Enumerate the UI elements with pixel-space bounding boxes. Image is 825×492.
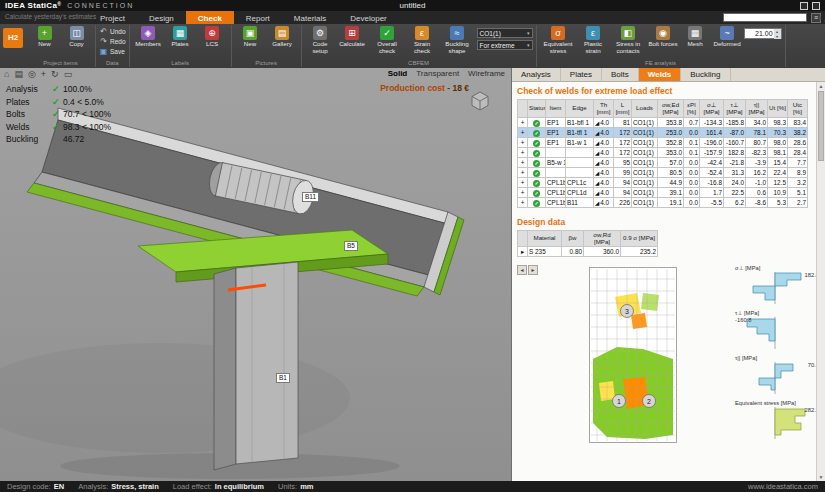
tab-plates[interactable]: Plates: [561, 68, 602, 81]
cell-eps-pl: 0.1: [684, 148, 700, 158]
status-ok-icon: ✓: [533, 180, 540, 187]
cell-loads: CO1(1): [632, 198, 658, 208]
weld-table-row[interactable]: + ✓ CPL1b CPL1d ◢4.0 94 CO1(1) 39.1 0.0 …: [518, 188, 808, 198]
row-expand-button[interactable]: +: [518, 178, 528, 188]
weld-table-row[interactable]: + ✓ ◢4.0 99 CO1(1) 80.5 0.0 -52.4 31.3: [518, 168, 808, 178]
home-icon[interactable]: ⌂: [4, 69, 9, 79]
deformed-button[interactable]: ~ Deformed: [712, 26, 743, 48]
new-item-button[interactable]: + New: [29, 26, 60, 48]
cell-utc: 38.2: [788, 128, 808, 138]
overall-check-button[interactable]: ✓ Overall check: [369, 26, 406, 54]
weld-table-row[interactable]: + ✓ EP1 B1-w 1 ◢4.0 172 CO1(1) 352.8 0.1…: [518, 138, 808, 148]
search-input[interactable]: [724, 14, 819, 22]
copy-item-button[interactable]: ◫ Copy: [61, 26, 92, 48]
stress-in-contacts-label: Stress in contacts: [610, 41, 647, 54]
cell-item: CPL1b: [546, 188, 566, 198]
plates-labels-button[interactable]: ▦ Plates: [165, 26, 196, 48]
load-combination-select[interactable]: CO1(1) ▾: [477, 28, 533, 38]
tau-perp-peak-value: -160.8: [735, 317, 751, 323]
weld-table-row[interactable]: + ✓ ◢4.0 172 CO1(1) 353.0 0.1 -157.9 1: [518, 148, 808, 158]
weld-table-row[interactable]: + ✓ B5-w 1 ◢4.0 95 CO1(1) 57.0 0.0 -42.4: [518, 158, 808, 168]
cell-item: CPL1b: [546, 198, 566, 208]
panel-scrollbar[interactable]: ▲ ▼: [816, 82, 825, 481]
window-button-close[interactable]: [812, 2, 820, 10]
production-cost-value: - 18 €: [447, 83, 469, 93]
pan-icon[interactable]: +: [41, 69, 46, 79]
row-expand-button[interactable]: +: [518, 138, 528, 148]
mesh-marker-2: 2: [647, 398, 651, 405]
rotate-icon[interactable]: ↻: [51, 69, 59, 79]
row-expand-button[interactable]: +: [518, 168, 528, 178]
lcs-button[interactable]: ⊕ LCS: [197, 26, 228, 48]
strain-check-button[interactable]: ε Strain check: [407, 26, 438, 54]
website-link[interactable]: www.ideastatica.com: [748, 482, 818, 491]
member-label: B1: [276, 373, 290, 383]
units-label: Units:: [278, 482, 297, 491]
prev-weld-button[interactable]: ◄: [517, 265, 527, 275]
cell-length: 81: [614, 118, 632, 128]
load-effect-value: In equilibrium: [215, 482, 264, 491]
cell-sigma-perp: -196.0: [700, 138, 724, 148]
row-expand-button[interactable]: +: [518, 188, 528, 198]
view-mode-solid[interactable]: Solid: [388, 69, 408, 78]
weld-table-row[interactable]: + ✓ CPL1b B11 ◢4.0 226 CO1(1) 19.1 0.0 -…: [518, 198, 808, 208]
calculate-button[interactable]: ⊞ Calculate: [337, 26, 368, 48]
cell-beta-w: 0.80: [562, 247, 584, 257]
row-expand-button[interactable]: +: [518, 148, 528, 158]
deformed-label: Deformed: [713, 41, 740, 48]
row-expand-button[interactable]: +: [518, 158, 528, 168]
row-expand-button[interactable]: +: [518, 198, 528, 208]
tab-design[interactable]: Design: [137, 11, 186, 24]
new-picture-icon: ▣: [243, 26, 257, 40]
new-picture-button[interactable]: ▣ New: [235, 26, 266, 48]
next-weld-button[interactable]: ►: [528, 265, 538, 275]
deformed-scale-stepper[interactable]: 21.00 ▴ ▾: [744, 28, 782, 39]
zoom-fit-icon[interactable]: ◎: [28, 69, 36, 79]
code-setup-button[interactable]: ⚙ Code setup: [305, 26, 336, 54]
window-button-account[interactable]: [800, 2, 808, 10]
tab-bolts[interactable]: Bolts: [602, 68, 639, 81]
equivalent-stress-button[interactable]: σ Equivalent stress: [540, 26, 577, 54]
weld-table-row[interactable]: + ✓ EP1 B1-tfl 1 ◢4.0 172 CO1(1) 253.0 0…: [518, 128, 808, 138]
comment-icon[interactable]: ▭: [64, 69, 73, 79]
view-mode-transparent[interactable]: Transparent: [416, 69, 459, 78]
extreme-filter-select[interactable]: For extreme ▾: [477, 40, 533, 50]
buckling-shape-button[interactable]: ≈ Buckling shape: [439, 26, 476, 54]
tab-buckling[interactable]: Buckling: [681, 68, 730, 81]
plastic-strain-button[interactable]: ε Plastic strain: [578, 26, 609, 54]
redo-button[interactable]: ↷ Redo: [99, 36, 126, 46]
col-ut: Ut [%]: [768, 100, 788, 118]
item-badge[interactable]: H2: [3, 28, 23, 48]
weld-table-row[interactable]: + ✓ CPL1b CPL1c ◢4.0 94 CO1(1) 44.9 0.0 …: [518, 178, 808, 188]
weld-table-row[interactable]: + ✓ EP1 B1-bfl 1 ◢4.0 81 CO1(1) 353.8 0.…: [518, 118, 808, 128]
cell-th: ◢4.0: [594, 128, 614, 138]
row-expand-button[interactable]: +: [518, 128, 528, 138]
check-summary-name: Plates: [6, 97, 52, 107]
gallery-button[interactable]: ▤ Gallery: [267, 26, 298, 48]
tab-analysis[interactable]: Analysis: [512, 68, 561, 81]
tab-check[interactable]: Check: [186, 11, 234, 24]
cell-edge: B1-w 1: [566, 138, 594, 148]
scroll-down-icon[interactable]: ▼: [817, 473, 825, 481]
stepper-down-icon[interactable]: ▾: [774, 34, 781, 39]
view-mode-wireframe[interactable]: Wireframe: [468, 69, 505, 78]
design-data-row[interactable]: ▸ S 235 0.80 360.0 235.2: [518, 247, 658, 257]
tab-welds[interactable]: Welds: [639, 68, 681, 81]
mesh-button[interactable]: ▦ Mesh: [680, 26, 711, 48]
view-cube[interactable]: [469, 90, 491, 112]
undo-button[interactable]: ↶ Undo: [99, 26, 126, 36]
stress-in-contacts-button[interactable]: ◧ Stress in contacts: [610, 26, 647, 54]
check-summary-name: Buckling: [6, 134, 52, 144]
cell-sigma-perp: 1.7: [700, 188, 724, 198]
scrollbar-thumb[interactable]: [818, 91, 824, 161]
save-button[interactable]: ▣ Save: [99, 46, 126, 56]
members-labels-button[interactable]: ◈ Members: [133, 26, 164, 48]
viewport-3d[interactable]: ⌂ ▤ ◎ + ↻ ▭ Solid Transparent Wireframe …: [0, 68, 511, 481]
tab-report[interactable]: Report: [234, 11, 282, 24]
tab-developer[interactable]: Developer: [338, 11, 398, 24]
tab-materials[interactable]: Materials: [282, 11, 338, 24]
scroll-up-icon[interactable]: ▲: [817, 82, 825, 90]
bolt-forces-button[interactable]: ◉ Bolt forces: [648, 26, 679, 48]
row-expand-button[interactable]: +: [518, 118, 528, 128]
views-icon[interactable]: ▤: [14, 69, 23, 79]
